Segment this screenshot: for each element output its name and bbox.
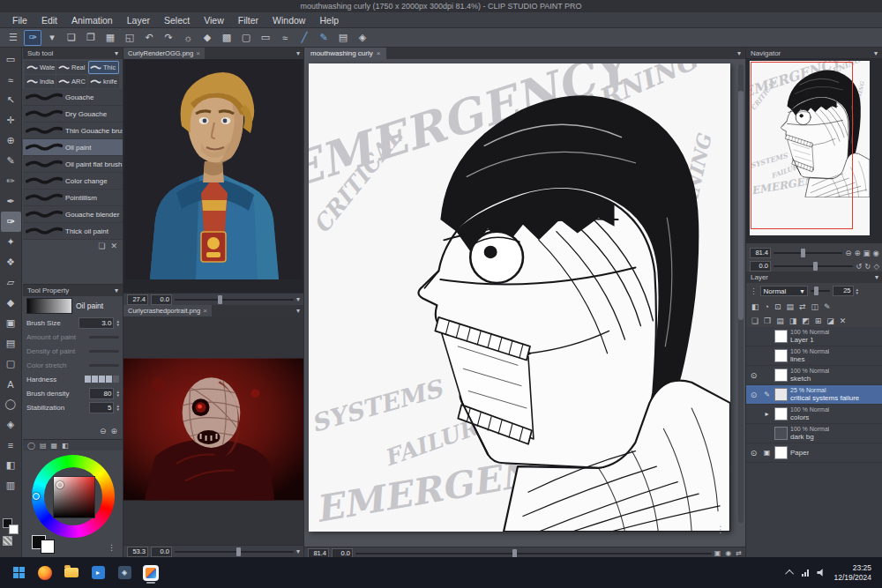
zoom-100-icon[interactable]: ◉ — [725, 549, 731, 557]
frame-icon[interactable]: ▢ — [237, 30, 255, 46]
nav-reset-rotation-icon[interactable]: ◇ — [873, 262, 879, 271]
eraser-tool-icon[interactable]: ▱ — [1, 272, 21, 293]
reference-tab-1[interactable]: CurlyRenderOGG.png × — [123, 48, 205, 59]
reference-2-zoom-value[interactable]: 53.3 — [127, 547, 148, 557]
curve-line-icon[interactable]: ✎ — [315, 30, 333, 46]
save-icon[interactable]: ▦ — [101, 30, 119, 46]
brush-size-spinner[interactable]: ▴▾ — [116, 319, 119, 326]
brush-size-value[interactable]: 3.0 — [78, 317, 114, 329]
color-wheel-tab-icon[interactable]: ◯ — [27, 442, 35, 450]
menu-item[interactable]: Window — [265, 15, 312, 26]
close-icon[interactable]: × — [377, 49, 381, 57]
lock-alpha-icon[interactable]: ⊡ — [774, 302, 781, 311]
panel-menu-icon[interactable]: ▾ — [874, 49, 878, 57]
reference-image-portrait[interactable] — [123, 358, 304, 501]
delete-subtool-icon[interactable]: ✕ — [110, 242, 117, 250]
document-tab[interactable]: mouthwashing curly × — [304, 48, 386, 59]
navigator-rotation-slider[interactable] — [774, 265, 853, 267]
property-zoom-in-icon[interactable]: ⊕ — [110, 427, 117, 435]
merge-down-icon[interactable]: ◨ — [789, 316, 797, 325]
brush-item[interactable]: Thick oil paint — [23, 223, 123, 240]
close-icon[interactable]: × — [196, 49, 200, 57]
screentone-icon[interactable]: ▩ — [218, 30, 235, 46]
navigator-preview[interactable] — [746, 58, 882, 243]
background-color-chip[interactable] — [9, 525, 19, 534]
browser-button[interactable] — [34, 562, 56, 584]
add-subtool-icon[interactable]: ❏ — [98, 242, 105, 250]
sv-marker[interactable] — [56, 481, 64, 488]
subtool-category[interactable]: knife — [88, 75, 119, 88]
menu-item[interactable]: View — [197, 15, 231, 26]
layer-row[interactable]: 100 % NormalLayer 1 — [746, 327, 882, 346]
layer-ruler-icon[interactable]: ◫ — [811, 302, 819, 311]
expand-arrow-icon[interactable]: ▸ — [762, 410, 772, 418]
transfer-down-icon[interactable]: ◩ — [802, 316, 810, 325]
close-icon[interactable]: × — [203, 307, 207, 315]
lasso-icon[interactable]: ≈ — [276, 30, 294, 46]
reference-2-options-icon[interactable]: ▾ — [296, 547, 300, 555]
brush-item[interactable]: Color change — [23, 173, 123, 190]
export-icon[interactable]: ◱ — [121, 30, 138, 46]
layer-effect-icon[interactable]: ✎ — [824, 302, 831, 311]
fill-icon[interactable]: ◆ — [198, 30, 216, 46]
redo-icon[interactable]: ↷ — [160, 30, 177, 46]
layer-row[interactable]: ⊙ 100 % Normalsketch — [746, 366, 882, 385]
fill-tool-icon[interactable]: ▣ — [1, 313, 21, 333]
navigator-zoom-value[interactable]: 81.4 — [750, 248, 771, 258]
document-tab-overflow-icon[interactable]: ▾ — [737, 49, 745, 57]
paper-layer-row[interactable]: ⊙ ▣ Paper — [746, 443, 882, 463]
selection-tool-icon[interactable]: ▭ — [1, 49, 21, 70]
pinned-app-2-button[interactable]: ◈ — [113, 562, 136, 584]
clear-icon[interactable]: ☼ — [179, 30, 197, 46]
opacity-slider[interactable] — [811, 290, 830, 292]
new-file-icon[interactable]: ❏ — [63, 30, 80, 46]
hardness-slider[interactable] — [85, 376, 119, 383]
blend-mode-select[interactable]: Normal ▾ — [760, 286, 808, 296]
subtool-category[interactable]: ARC — [56, 75, 87, 88]
two-pane-icon[interactable]: ⇄ — [799, 302, 806, 311]
brush-item[interactable]: Gouache — [23, 89, 123, 106]
brush-item[interactable]: Gouache blender — [23, 206, 123, 223]
correction-tool-icon[interactable]: ◧ — [1, 455, 21, 475]
pen-tool-icon[interactable]: ✎ — [1, 151, 21, 171]
straight-line-icon[interactable]: ╱ — [295, 30, 313, 46]
subtool-category[interactable]: Thic — [88, 61, 119, 74]
stabilization-value[interactable]: 5 — [89, 402, 114, 413]
reference-2-zoom-slider[interactable] — [175, 551, 294, 553]
reference-2-rotation-value[interactable]: 0.0 — [151, 547, 172, 557]
zoom-tool-icon[interactable]: ⊕ — [1, 130, 21, 151]
clip-studio-taskbar-button[interactable] — [139, 562, 162, 584]
decoration-tool-icon[interactable]: ❖ — [1, 252, 21, 272]
transparent-color-chip[interactable] — [3, 536, 12, 546]
active-brush-icon[interactable]: ✑ — [24, 30, 41, 46]
nav-zoom-out-icon[interactable]: ⊖ — [845, 249, 851, 257]
menu-item[interactable]: Layer — [120, 15, 157, 26]
panel-menu-icon[interactable]: ▾ — [115, 49, 118, 57]
layer-folder-row[interactable]: ▸ 100 % Normalcolors — [746, 405, 882, 424]
undo-icon[interactable]: ↶ — [140, 30, 158, 46]
menu-item[interactable]: Help — [312, 15, 346, 26]
subtool-category[interactable]: Wate — [25, 61, 56, 74]
clip-to-layer-icon[interactable]: ◧ — [751, 302, 759, 311]
start-button[interactable] — [7, 562, 30, 584]
reference-1-rotation-value[interactable]: 0.0 — [151, 294, 172, 305]
tab-overflow-icon[interactable]: ▾ — [296, 307, 303, 315]
gradient-tool-icon[interactable]: ▤ — [1, 333, 21, 354]
pencil-tool-icon[interactable]: ✏ — [1, 171, 21, 191]
opacity-spinner[interactable]: ▴▾ — [856, 287, 859, 294]
paper-check-icon[interactable]: ▣ — [762, 449, 772, 457]
layer-row[interactable]: 100 % Normaldark bg — [746, 424, 882, 443]
ruler-tool-icon[interactable]: ≡ — [1, 435, 21, 455]
reference-layer-icon[interactable]: ▤ — [787, 302, 795, 311]
canvas-resize-handle[interactable]: ⋮ — [716, 525, 726, 534]
canvas-page[interactable] — [309, 63, 730, 532]
workspace-settings-icon[interactable]: ◈ — [354, 30, 371, 46]
reference-1-options-icon[interactable]: ▾ — [296, 295, 300, 303]
hue-marker[interactable] — [33, 493, 40, 500]
visibility-eye-icon[interactable]: ⊙ — [748, 391, 759, 399]
menu-item[interactable]: File — [5, 15, 34, 26]
color-history-icon[interactable]: ⋮ — [108, 543, 116, 552]
balloon-tool-icon[interactable]: ◯ — [1, 394, 21, 414]
menu-item[interactable]: Filter — [231, 15, 265, 26]
color-set-tab-icon[interactable]: ▦ — [51, 442, 58, 450]
